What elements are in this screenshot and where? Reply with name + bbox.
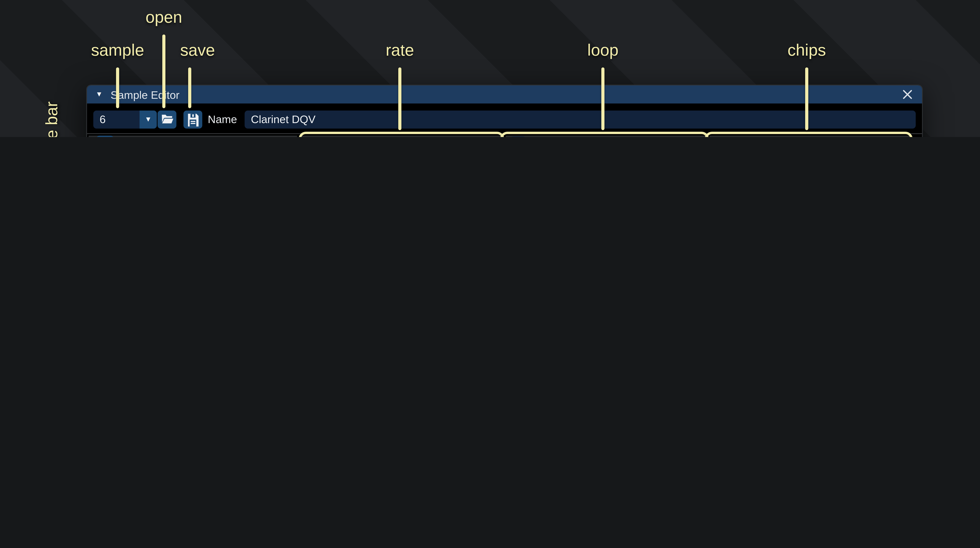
sample-select-dropdown[interactable]: 6 ▼ (93, 110, 157, 129)
window-title: Sample Editor (111, 89, 180, 101)
window-titlebar[interactable]: ▼ Sample Editor (87, 86, 922, 104)
info-section-header: Info (89, 135, 297, 137)
annotation-line-loop-top (601, 67, 605, 130)
annotation-line-rate (398, 67, 401, 130)
annotation-rate: rate (386, 41, 414, 60)
window-collapse-icon[interactable]: ▼ (95, 90, 103, 98)
desktop-background: ▼ Sample Editor 6 ▼ (0, 0, 980, 137)
sample-name-input[interactable]: Clarinet DQV (245, 110, 916, 129)
annotation-sample: sample (91, 41, 144, 60)
annotation-line-save (188, 67, 191, 108)
sample-index: 6 (93, 113, 106, 126)
annotation-loop-top: loop (587, 41, 619, 60)
annotation-chips: chips (788, 41, 826, 60)
annotation-line-sample (116, 67, 119, 108)
name-label: Name (208, 110, 237, 129)
annotation-open: open (146, 8, 182, 27)
sample-editor-window: ▼ Sample Editor 6 ▼ (86, 84, 923, 137)
annotation-line-open (162, 35, 165, 108)
chips-highlight-box (705, 132, 913, 137)
collapse-bar-button[interactable] (96, 135, 114, 137)
chevron-down-icon: ▼ (140, 110, 157, 129)
close-icon[interactable] (902, 89, 913, 100)
annotation-line-chips (805, 67, 808, 130)
save-sample-button[interactable] (183, 110, 202, 129)
info-header-label: Info (122, 135, 140, 137)
rate-highlight-box (299, 132, 504, 137)
loop-highlight-box (500, 132, 709, 137)
annotation-collapse-bar: collapse bar (42, 102, 61, 137)
open-sample-button[interactable] (158, 110, 177, 129)
save-floppy-icon (186, 112, 199, 127)
annotation-save: save (180, 41, 215, 60)
folder-open-icon (160, 112, 174, 127)
